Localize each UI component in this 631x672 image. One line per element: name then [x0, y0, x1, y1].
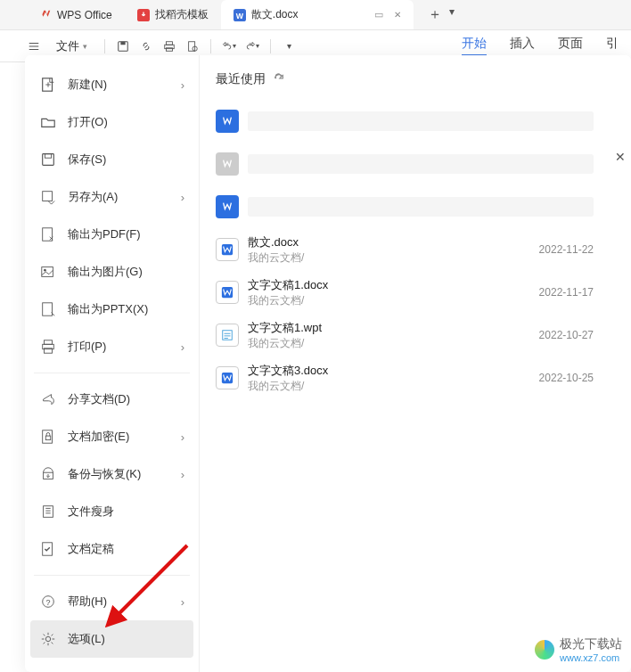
word-doc-icon	[216, 366, 239, 389]
watermark-text: 极光下载站	[560, 636, 622, 652]
svg-rect-5	[167, 41, 173, 45]
chevron-right-icon: ›	[181, 191, 184, 204]
svg-rect-13	[43, 192, 53, 201]
help-icon: ?	[39, 593, 57, 611]
recent-file-row[interactable]: 文字文稿3.docx 我的云文档/ 2022-10-25	[216, 356, 615, 399]
download-icon	[137, 9, 150, 21]
menu-help[interactable]: ?帮助(H)›	[30, 583, 193, 620]
lock-icon	[39, 428, 57, 446]
svg-rect-17	[43, 303, 53, 316]
tab-wps[interactable]: WPS Office	[27, 0, 125, 29]
chevron-right-icon: ›	[181, 595, 184, 609]
recent-file-row[interactable]: 文字文稿1.wpt 我的云文档/ 2022-10-27	[216, 314, 615, 356]
file-menu-button[interactable]: 文件▾	[50, 36, 94, 57]
svg-rect-4	[120, 41, 125, 45]
menu-label: 打开(O)	[68, 114, 108, 130]
word-doc-icon	[216, 110, 239, 133]
tab-label: 找稻壳模板	[155, 7, 209, 22]
menu-divider	[34, 575, 190, 576]
save-icon	[39, 151, 57, 168]
recent-file-row[interactable]: 文字文稿1.docx 我的云文档/ 2022-11-17	[216, 271, 615, 314]
file-date: 2022-11-22	[539, 243, 594, 256]
svg-rect-29	[222, 244, 233, 255]
tab-overflow-button[interactable]: ▾	[449, 5, 455, 24]
tab-document[interactable]: W 散文.docx ▭ ✕	[221, 0, 414, 29]
undo-icon[interactable]: ▾	[222, 39, 236, 53]
close-icon[interactable]: ✕	[394, 10, 401, 20]
print-icon	[39, 338, 57, 356]
svg-rect-22	[45, 436, 50, 440]
menu-label: 输出为图片(G)	[68, 264, 143, 280]
menu-encrypt[interactable]: 文档加密(E)›	[30, 418, 193, 455]
link-icon[interactable]	[139, 39, 153, 53]
file-side-menu: 新建(N)› 打开(O) 保存(S) 另存为(A)› 输出为PDF(F) 输出为…	[25, 55, 200, 672]
menu-save[interactable]: 保存(S)	[30, 141, 193, 178]
separator	[270, 39, 271, 53]
ppt-icon	[39, 300, 57, 318]
menu-open[interactable]: 打开(O)	[30, 103, 193, 141]
recent-file-row[interactable]	[216, 100, 615, 143]
file-info: 文字文稿3.docx 我的云文档/	[248, 363, 328, 394]
pdf-icon	[39, 225, 57, 243]
menu-label: 文档加密(E)	[68, 429, 129, 445]
recent-heading: 最近使用	[216, 71, 615, 87]
word-doc-icon	[216, 195, 239, 218]
menu-share[interactable]: 分享文档(D)	[30, 381, 193, 418]
chevron-right-icon: ›	[181, 430, 184, 444]
file-date: 2022-11-17	[539, 286, 594, 299]
file-date: 2022-10-27	[539, 329, 594, 341]
menu-export-pdf[interactable]: 输出为PDF(F)	[30, 216, 193, 253]
svg-rect-24	[44, 506, 53, 518]
menu-label: 输出为PPTX(X)	[68, 301, 148, 317]
recent-file-row[interactable]	[216, 185, 615, 228]
ribbon-tab-ref[interactable]: 引	[606, 36, 619, 56]
menu-backup[interactable]: 备份与恢复(K)›	[30, 455, 193, 493]
menu-slim[interactable]: 文件瘦身	[30, 493, 193, 530]
refresh-icon[interactable]	[273, 72, 285, 87]
chevron-right-icon: ›	[181, 468, 184, 481]
redacted-name	[248, 111, 594, 131]
recent-file-row[interactable]: 散文.docx 我的云文档/ 2022-11-22	[216, 228, 615, 271]
tab-template[interactable]: 找稻壳模板	[125, 0, 221, 29]
menu-export-pptx[interactable]: 输出为PPTX(X)	[30, 291, 193, 328]
svg-rect-18	[45, 340, 53, 345]
wpt-doc-icon	[216, 324, 239, 347]
menu-label: 帮助(H)	[68, 594, 107, 610]
file-info: 散文.docx 我的云文档/	[248, 234, 304, 266]
recent-files-pane: 最近使用 ✕ 散文.docx 我的云文档/ 2022-11-22	[200, 55, 631, 672]
save-icon[interactable]	[116, 39, 130, 53]
file-path: 我的云文档/	[248, 250, 304, 266]
dropdown-icon[interactable]: ▾	[282, 39, 296, 53]
ribbon-tab-start[interactable]: 开始	[462, 36, 487, 56]
print-icon[interactable]	[162, 39, 176, 53]
redo-icon[interactable]: ▾	[245, 39, 259, 53]
menu-print[interactable]: 打印(P)›	[30, 328, 193, 365]
menu-options[interactable]: 选项(L)	[30, 620, 193, 658]
menu-finalize[interactable]: 文档定稿	[30, 530, 193, 568]
recent-file-row[interactable]	[216, 143, 615, 185]
ribbon-tab-insert[interactable]: 插入	[510, 36, 535, 56]
check-doc-icon	[39, 540, 57, 558]
svg-rect-32	[222, 373, 233, 383]
menu-divider	[34, 373, 190, 373]
close-icon[interactable]: ✕	[615, 150, 626, 164]
svg-rect-11	[43, 154, 54, 166]
ribbon-tab-page[interactable]: 页面	[558, 36, 583, 56]
menu-label: 选项(L)	[68, 631, 105, 647]
svg-rect-30	[222, 287, 233, 298]
new-tab-button[interactable]: ＋	[428, 5, 442, 24]
menu-label: 新建(N)	[68, 77, 107, 93]
word-doc-icon	[216, 152, 239, 176]
file-name: 文字文稿1.wpt	[248, 320, 322, 336]
menu-export-image[interactable]: 输出为图片(G)	[30, 253, 193, 291]
menu-new[interactable]: 新建(N)›	[30, 66, 193, 103]
preview-icon[interactable]	[185, 39, 200, 53]
share-icon	[39, 390, 57, 408]
image-icon	[39, 263, 57, 281]
tab-bar: WPS Office 找稻壳模板 W 散文.docx ▭ ✕ ＋ ▾	[0, 0, 631, 30]
menu-saveas[interactable]: 另存为(A)›	[30, 178, 193, 216]
file-menu-label: 文件	[56, 38, 79, 54]
hamburger-icon[interactable]	[27, 39, 41, 53]
file-path: 我的云文档/	[248, 336, 322, 351]
split-window-icon[interactable]: ▭	[374, 9, 383, 20]
